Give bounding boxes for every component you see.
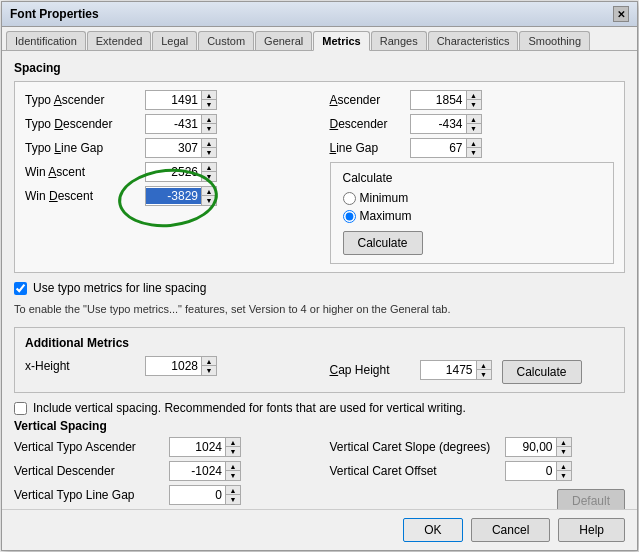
win-ascent-spinner[interactable]: ▲ ▼ [145, 162, 217, 182]
vert-typo-ascender-down[interactable]: ▼ [226, 447, 240, 456]
tab-extended[interactable]: Extended [87, 31, 151, 50]
tab-metrics[interactable]: Metrics [313, 31, 370, 51]
cap-height-up[interactable]: ▲ [477, 361, 491, 370]
tab-ranges[interactable]: Ranges [371, 31, 427, 50]
ascender-spinner[interactable]: ▲ ▼ [410, 90, 482, 110]
vert-linegap-spinner[interactable]: ▲ ▼ [169, 485, 241, 505]
vert-caret-offset-down[interactable]: ▼ [557, 471, 571, 480]
typo-linegap-spinner[interactable]: ▲ ▼ [145, 138, 217, 158]
tab-characteristics[interactable]: Characteristics [428, 31, 519, 50]
typo-descender-down[interactable]: ▼ [202, 124, 216, 133]
ascender-input[interactable] [411, 92, 466, 108]
vert-typo-ascender-spinner[interactable]: ▲ ▼ [169, 437, 241, 457]
tab-custom[interactable]: Custom [198, 31, 254, 50]
typo-descender-up[interactable]: ▲ [202, 115, 216, 124]
close-button[interactable]: ✕ [613, 6, 629, 22]
win-descent-spinner-btns: ▲ ▼ [201, 187, 216, 205]
typo-linegap-input[interactable] [146, 140, 201, 156]
cap-height-down[interactable]: ▼ [477, 370, 491, 379]
vert-typo-ascender-up[interactable]: ▲ [226, 438, 240, 447]
vert-linegap-input[interactable] [170, 487, 225, 503]
spacing-right-col: Ascender ▲ ▼ Descender [330, 90, 615, 264]
vert-caret-offset-spinner[interactable]: ▲ ▼ [505, 461, 572, 481]
vert-caret-slope-input[interactable] [506, 439, 556, 455]
win-ascent-input[interactable] [146, 164, 201, 180]
vert-typo-ascender-input[interactable] [170, 439, 225, 455]
win-ascent-down[interactable]: ▼ [202, 172, 216, 181]
calculate-box: Calculate Minimum Maximum Calculate [330, 162, 615, 264]
additional-calc-button[interactable]: Calculate [502, 360, 582, 384]
vert-caret-offset-input[interactable] [506, 463, 556, 479]
content-area: Spacing Typo Ascender ▲ ▼ [2, 51, 637, 509]
typo-descender-spinner[interactable]: ▲ ▼ [145, 114, 217, 134]
win-ascent-up[interactable]: ▲ [202, 163, 216, 172]
descender-input[interactable] [411, 116, 466, 132]
maximum-radio-row: Maximum [343, 209, 602, 223]
typo-descender-label: Typo Descender [25, 117, 145, 131]
vert-caret-slope-down[interactable]: ▼ [557, 447, 571, 456]
vert-caret-slope-up[interactable]: ▲ [557, 438, 571, 447]
typo-ascender-input[interactable] [146, 92, 201, 108]
cap-height-input[interactable] [421, 362, 476, 378]
tab-legal[interactable]: Legal [152, 31, 197, 50]
typo-ascender-spinner-btns: ▲ ▼ [201, 91, 216, 109]
ascender-down[interactable]: ▼ [467, 100, 481, 109]
win-descent-down[interactable]: ▼ [202, 196, 216, 205]
help-button[interactable]: Help [558, 518, 625, 542]
tab-identification[interactable]: Identification [6, 31, 86, 50]
tab-general[interactable]: General [255, 31, 312, 50]
win-descent-up[interactable]: ▲ [202, 187, 216, 196]
vert-caret-slope-spinner[interactable]: ▲ ▼ [505, 437, 572, 457]
vert-linegap-up[interactable]: ▲ [226, 486, 240, 495]
maximum-radio[interactable] [343, 210, 356, 223]
win-descent-spinner[interactable]: ▲ ▼ [145, 186, 217, 206]
descender-row: Descender ▲ ▼ [330, 114, 615, 134]
ok-button[interactable]: OK [403, 518, 463, 542]
maximum-label: Maximum [360, 209, 412, 223]
x-height-row: x-Height ▲ ▼ [25, 356, 310, 376]
win-descent-label: Win Descent [25, 189, 145, 203]
vert-caret-offset-up[interactable]: ▲ [557, 462, 571, 471]
win-descent-input[interactable] [146, 188, 201, 204]
vert-caret-offset-label: Vertical Caret Offset [330, 464, 505, 478]
typo-ascender-spinner[interactable]: ▲ ▼ [145, 90, 217, 110]
tab-bar: Identification Extended Legal Custom Gen… [2, 27, 637, 51]
typo-linegap-row: Typo Line Gap ▲ ▼ [25, 138, 310, 158]
descender-down[interactable]: ▼ [467, 124, 481, 133]
x-height-spinner[interactable]: ▲ ▼ [145, 356, 217, 376]
calculate-button[interactable]: Calculate [343, 231, 423, 255]
cap-height-spinner[interactable]: ▲ ▼ [420, 360, 492, 380]
cancel-button[interactable]: Cancel [471, 518, 550, 542]
vert-descender-up[interactable]: ▲ [226, 462, 240, 471]
vert-descender-spinner[interactable]: ▲ ▼ [169, 461, 241, 481]
x-height-down[interactable]: ▼ [202, 366, 216, 375]
include-vertical-checkbox[interactable] [14, 402, 27, 415]
vert-linegap-down[interactable]: ▼ [226, 495, 240, 504]
descender-up[interactable]: ▲ [467, 115, 481, 124]
x-height-up[interactable]: ▲ [202, 357, 216, 366]
linegap-down[interactable]: ▼ [467, 148, 481, 157]
vert-descender-down[interactable]: ▼ [226, 471, 240, 480]
x-height-input[interactable] [146, 358, 201, 374]
linegap-up[interactable]: ▲ [467, 139, 481, 148]
tab-smoothing[interactable]: Smoothing [519, 31, 590, 50]
typo-linegap-up[interactable]: ▲ [202, 139, 216, 148]
vert-typo-ascender-label: Vertical Typo Ascender [14, 440, 169, 454]
default-button[interactable]: Default [557, 489, 625, 509]
minimum-radio[interactable] [343, 192, 356, 205]
ascender-label: Ascender [330, 93, 410, 107]
typo-descender-input[interactable] [146, 116, 201, 132]
ascender-up[interactable]: ▲ [467, 91, 481, 100]
linegap-input[interactable] [411, 140, 466, 156]
vert-descender-input[interactable] [170, 463, 225, 479]
typo-ascender-up[interactable]: ▲ [202, 91, 216, 100]
spacing-left-col: Typo Ascender ▲ ▼ Typo Descender [25, 90, 310, 264]
cap-height-spinner-btns: ▲ ▼ [476, 361, 491, 379]
footer: OK Cancel Help [2, 509, 637, 550]
linegap-spinner[interactable]: ▲ ▼ [410, 138, 482, 158]
use-typo-metrics-checkbox[interactable] [14, 282, 27, 295]
typo-ascender-down[interactable]: ▼ [202, 100, 216, 109]
spacing-section: Typo Ascender ▲ ▼ Typo Descender [14, 81, 625, 273]
descender-spinner[interactable]: ▲ ▼ [410, 114, 482, 134]
typo-linegap-down[interactable]: ▼ [202, 148, 216, 157]
